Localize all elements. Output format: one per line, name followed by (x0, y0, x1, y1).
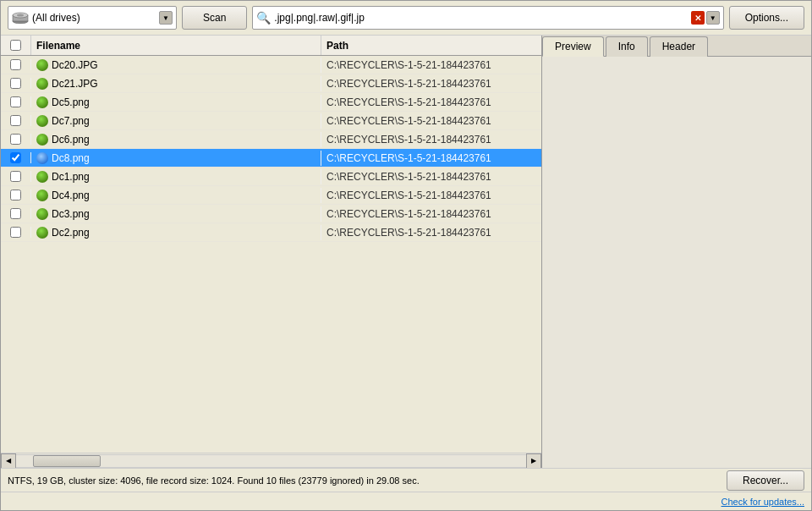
filename-text: Dc3.png (52, 208, 90, 220)
drive-dropdown-arrow[interactable]: ▼ (159, 11, 173, 25)
scroll-thumb[interactable] (33, 455, 101, 467)
row-filename-cell: Dc20.JPG (31, 58, 321, 73)
scroll-right-button[interactable]: ▶ (526, 453, 541, 469)
file-status-icon (36, 78, 48, 90)
row-filename-cell: Dc4.png (31, 188, 321, 203)
filename-text: Dc7.png (52, 115, 90, 127)
table-row[interactable]: Dc4.pngC:\RECYCLER\S-1-5-21-184423761 (1, 186, 541, 205)
row-path-cell: C:\RECYCLER\S-1-5-21-184423761 (321, 58, 541, 73)
drive-icon (12, 12, 29, 24)
filter-text: .jpg|.png|.raw|.gif|.jp (274, 12, 690, 24)
filter-dropdown-arrow[interactable]: ▼ (706, 11, 720, 25)
file-status-icon (36, 134, 48, 146)
filename-text: Dc1.png (52, 171, 90, 183)
filename-text: Dc5.png (52, 96, 90, 108)
row-checkbox[interactable] (10, 190, 21, 201)
table-row[interactable]: Dc8.pngC:\RECYCLER\S-1-5-21-184423761 (1, 149, 541, 168)
filename-text: Dc2.png (52, 227, 90, 239)
row-check-cell (1, 96, 31, 107)
filename-text: Dc20.JPG (52, 59, 98, 71)
row-filename-cell: Dc6.png (31, 132, 321, 147)
row-check-cell (1, 115, 31, 126)
scan-button[interactable]: Scan (182, 6, 247, 30)
filter-clear-button[interactable]: ✕ (691, 11, 705, 25)
recover-button[interactable]: Recover... (727, 470, 804, 491)
row-checkbox[interactable] (10, 208, 21, 219)
row-check-cell (1, 208, 31, 219)
row-check-cell (1, 152, 31, 163)
row-path-cell: C:\RECYCLER\S-1-5-21-184423761 (321, 206, 541, 222)
row-checkbox[interactable] (10, 227, 21, 238)
row-filename-cell: Dc2.png (31, 225, 321, 240)
tab-preview[interactable]: Preview (542, 36, 604, 57)
row-check-cell (1, 59, 31, 70)
file-status-icon (36, 171, 48, 183)
row-checkbox[interactable] (10, 96, 21, 107)
row-checkbox[interactable] (10, 171, 21, 182)
table-row[interactable]: Dc1.pngC:\RECYCLER\S-1-5-21-184423761 (1, 168, 541, 186)
tab-header[interactable]: Header (650, 36, 708, 57)
toolbar: (All drives) ▼ Scan 🔍 .jpg|.png|.raw|.gi… (1, 1, 811, 36)
right-panel: PreviewInfoHeader (542, 36, 811, 468)
row-check-cell (1, 227, 31, 238)
file-status-icon (36, 208, 48, 220)
status-bar: NTFS, 19 GB, cluster size: 4096, file re… (1, 468, 811, 492)
header-check-cell (1, 36, 31, 55)
main-content: Filename Path Dc20.JPGC:\RECYCLER\S-1-5-… (1, 36, 811, 468)
row-path-cell: C:\RECYCLER\S-1-5-21-184423761 (321, 113, 541, 129)
row-checkbox[interactable] (10, 152, 21, 163)
table-row[interactable]: Dc7.pngC:\RECYCLER\S-1-5-21-184423761 (1, 112, 541, 130)
path-column-header: Path (321, 36, 541, 55)
table-row[interactable]: Dc21.JPGC:\RECYCLER\S-1-5-21-184423761 (1, 74, 541, 93)
file-status-icon (36, 115, 48, 127)
table-header: Filename Path (1, 36, 541, 56)
row-filename-cell: Dc3.png (31, 206, 321, 222)
preview-area (542, 57, 811, 468)
horizontal-scrollbar[interactable]: ◀ ▶ (1, 453, 541, 468)
tab-info[interactable]: Info (606, 36, 648, 57)
row-filename-cell: Dc7.png (31, 113, 321, 129)
table-body: Dc20.JPGC:\RECYCLER\S-1-5-21-184423761Dc… (1, 56, 541, 453)
filename-column-header: Filename (31, 36, 321, 55)
scroll-track[interactable] (16, 454, 526, 468)
table-row[interactable]: Dc3.pngC:\RECYCLER\S-1-5-21-184423761 (1, 205, 541, 223)
filter-wrapper: 🔍 .jpg|.png|.raw|.gif|.jp ✕ ▼ (252, 6, 723, 30)
row-path-cell: C:\RECYCLER\S-1-5-21-184423761 (321, 169, 541, 184)
row-checkbox[interactable] (10, 134, 21, 145)
check-updates-link[interactable]: Check for updates... (721, 497, 804, 507)
row-filename-cell: Dc5.png (31, 95, 321, 110)
scroll-left-button[interactable]: ◀ (1, 453, 16, 469)
tabs-bar: PreviewInfoHeader (542, 36, 811, 57)
file-status-icon (36, 96, 48, 108)
table-row[interactable]: Dc6.pngC:\RECYCLER\S-1-5-21-184423761 (1, 130, 541, 149)
row-check-cell (1, 190, 31, 201)
file-status-icon (36, 152, 48, 164)
table-row[interactable]: Dc2.pngC:\RECYCLER\S-1-5-21-184423761 (1, 223, 541, 242)
row-path-cell: C:\RECYCLER\S-1-5-21-184423761 (321, 151, 541, 166)
filename-text: Dc8.png (52, 152, 90, 164)
row-path-cell: C:\RECYCLER\S-1-5-21-184423761 (321, 95, 541, 110)
filename-text: Dc6.png (52, 134, 90, 146)
row-check-cell (1, 171, 31, 182)
footer: Check for updates... (1, 492, 811, 510)
row-filename-cell: Dc1.png (31, 169, 321, 184)
drive-select[interactable]: (All drives) ▼ (8, 6, 177, 30)
row-path-cell: C:\RECYCLER\S-1-5-21-184423761 (321, 225, 541, 240)
search-icon: 🔍 (256, 11, 271, 25)
row-check-cell (1, 134, 31, 145)
row-filename-cell: Dc8.png (31, 151, 321, 166)
select-all-checkbox[interactable] (10, 40, 21, 51)
file-status-icon (36, 59, 48, 71)
table-row[interactable]: Dc20.JPGC:\RECYCLER\S-1-5-21-184423761 (1, 56, 541, 74)
row-checkbox[interactable] (10, 78, 21, 89)
file-status-icon (36, 227, 48, 239)
filename-text: Dc21.JPG (52, 78, 98, 90)
row-checkbox[interactable] (10, 115, 21, 126)
row-check-cell (1, 78, 31, 89)
row-path-cell: C:\RECYCLER\S-1-5-21-184423761 (321, 132, 541, 147)
options-button[interactable]: Options... (729, 6, 804, 30)
table-row[interactable]: Dc5.pngC:\RECYCLER\S-1-5-21-184423761 (1, 93, 541, 112)
row-path-cell: C:\RECYCLER\S-1-5-21-184423761 (321, 188, 541, 203)
row-path-cell: C:\RECYCLER\S-1-5-21-184423761 (321, 76, 541, 91)
row-checkbox[interactable] (10, 59, 21, 70)
